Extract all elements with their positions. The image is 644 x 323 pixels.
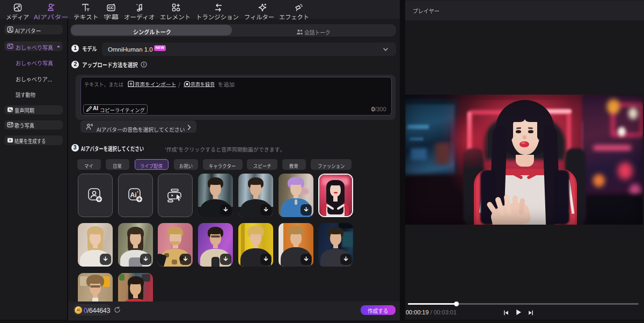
svg-text:Ai: Ai (130, 191, 136, 199)
